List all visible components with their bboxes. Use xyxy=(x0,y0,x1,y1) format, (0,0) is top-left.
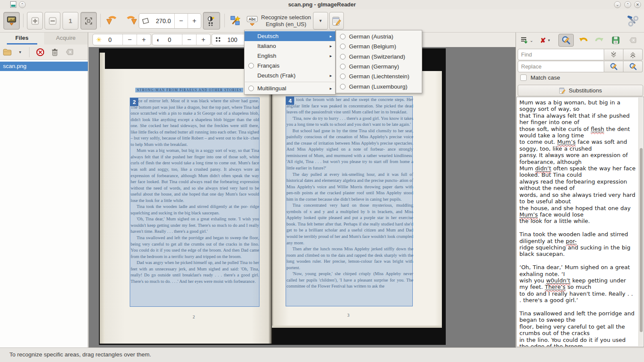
brightness-decrease[interactable]: − xyxy=(123,34,137,45)
contrast-value[interactable]: 0 xyxy=(164,34,182,45)
misspelled-word[interactable]: didn’t xyxy=(535,165,552,172)
output-line: Tina swallowed and left the porridge and… xyxy=(519,310,636,323)
recognize-button[interactable]: Abc Recognize selection English (en_US) xyxy=(245,12,313,30)
open-file-dropdown[interactable]: ▾ xyxy=(15,50,26,54)
misspelled-word[interactable]: Mum’s xyxy=(557,139,575,145)
menu-item-fran-ais[interactable]: Français xyxy=(244,61,335,71)
rotation-increase-button[interactable]: + xyxy=(188,14,201,28)
contrast-decrease[interactable]: − xyxy=(182,34,196,45)
undo-button[interactable] xyxy=(577,34,590,47)
replace-button[interactable] xyxy=(604,61,623,72)
replace-all-button[interactable] xyxy=(623,61,643,72)
misspelled-word[interactable]: por- xyxy=(566,238,576,244)
brightness-value[interactable]: 0 xyxy=(105,34,122,45)
insert-mode-button[interactable]: ⌄ xyxy=(519,34,535,47)
minimize-button[interactable]: ⌄ xyxy=(614,1,621,8)
submenu-item-german-luxembourg[interactable]: German (Luxembourg) xyxy=(336,81,422,91)
remove-file-button[interactable] xyxy=(33,48,48,56)
brightness-contrast-icon xyxy=(207,16,216,26)
misspelled-word[interactable]: There’s xyxy=(545,284,565,290)
tools-wrench-icon xyxy=(627,15,639,27)
tab-acquire[interactable]: Acquire xyxy=(44,33,88,45)
match-case-checkbox[interactable] xyxy=(520,74,527,81)
strip-linebreaks-button[interactable]: ✘ ▾ xyxy=(538,34,552,47)
submenu-item-german-germany[interactable]: German (Germany) xyxy=(336,62,422,71)
misspelled-word[interactable]: flesh xyxy=(591,126,604,132)
zoom-out-button[interactable] xyxy=(45,12,60,30)
zoom-out-icon xyxy=(49,17,57,25)
close-button[interactable]: ✕ xyxy=(634,1,641,8)
zoom-fit-button[interactable] xyxy=(80,12,97,30)
insert-append-icon xyxy=(520,36,529,44)
recognize-language: English (en_US) xyxy=(261,21,311,28)
contrast-increase[interactable]: + xyxy=(197,34,210,45)
delete-file-button[interactable] xyxy=(48,48,62,56)
find-prev-button[interactable] xyxy=(623,49,643,60)
submenu-item-german-austria[interactable]: German (Austria) xyxy=(336,32,422,42)
substitutions-button[interactable]: Substitutions xyxy=(518,85,643,96)
redo-icon xyxy=(594,36,604,44)
chevron-up-icon: ⌃ xyxy=(626,3,629,7)
submenu-arrow-icon: ▸ xyxy=(330,53,332,58)
maximize-button[interactable]: ⌃ xyxy=(624,1,631,8)
menu-item-italiano[interactable]: Italiano▸ xyxy=(244,41,335,51)
menu-item-label: Multilingual xyxy=(257,85,286,92)
misspelled-word[interactable]: w0uldn’t xyxy=(546,277,570,284)
rotate-right-button[interactable] xyxy=(122,12,140,30)
auto-layout-button[interactable] xyxy=(228,12,243,30)
contrast-spinbox[interactable]: ◐ 0 − + xyxy=(152,34,211,45)
ocr-selection-region-4[interactable]: 4 xyxy=(286,96,413,306)
strip-x-icon: ✘ xyxy=(540,36,546,45)
brightness-spinbox[interactable]: ✳ 0 − + xyxy=(92,34,151,45)
misspelled-word[interactable]: Mum’s xyxy=(519,211,538,218)
settings-button[interactable] xyxy=(624,12,641,30)
find-row xyxy=(518,49,643,60)
menu-item-english[interactable]: English▸ xyxy=(244,51,335,61)
submenu-item-german-belgium[interactable]: German (Belgium) xyxy=(336,42,422,51)
replace-input[interactable] xyxy=(518,61,604,72)
save-output-button[interactable] xyxy=(610,34,622,47)
image-controls-toggle[interactable] xyxy=(203,12,220,30)
output-line: Mum was a big woman, but big in a soggy … xyxy=(519,99,636,113)
rotation-value[interactable]: 270.0 xyxy=(152,14,174,28)
submenu-item-label: German (Germany) xyxy=(349,63,399,70)
zoom-original-button[interactable]: 1 xyxy=(63,12,78,30)
output-scrollbar-thumb[interactable] xyxy=(640,148,643,332)
close-icon: ✕ xyxy=(636,3,639,7)
find-input[interactable] xyxy=(518,49,604,60)
rotation-decrease-button[interactable]: − xyxy=(175,14,188,28)
submenu-item-label: German (Austria) xyxy=(349,33,394,40)
menu-item-deutsch[interactable]: Deutsch▸ xyxy=(244,31,335,41)
output-pane-toggle[interactable] xyxy=(329,12,344,30)
clear-output-button[interactable] xyxy=(628,34,638,47)
clear-files-button[interactable] xyxy=(62,49,77,55)
rotate-left-button[interactable] xyxy=(104,12,121,30)
brightness-icon: ✳ xyxy=(93,34,105,45)
submenu-item-german-liechtenstein[interactable]: German (Liechtenstein) xyxy=(336,71,422,81)
find-prev-icon xyxy=(629,51,637,58)
output-scrollbar[interactable] xyxy=(638,98,643,346)
show-controls-toggle[interactable] xyxy=(3,12,20,30)
submenu-item-german-switzerland[interactable]: German (Switzerland) xyxy=(336,52,422,62)
ocr-output-textarea[interactable]: Mum was a big woman, but big in a soggy … xyxy=(516,97,644,347)
radio-icon xyxy=(340,54,346,59)
open-file-button[interactable] xyxy=(0,49,15,56)
tab-files[interactable]: Files xyxy=(0,33,44,45)
menu-item-multilingual[interactable]: Multilingual▸ xyxy=(244,83,335,93)
match-case-option[interactable]: Match case xyxy=(520,74,560,81)
plus-icon: + xyxy=(192,17,196,25)
find-next-button[interactable] xyxy=(604,49,623,60)
file-item-scan-png[interactable]: scan.png xyxy=(0,62,88,71)
minus-icon: − xyxy=(187,36,191,44)
book-spine xyxy=(268,69,274,344)
redo-button[interactable] xyxy=(593,34,605,47)
ocr-selection-region-2[interactable]: 2 xyxy=(130,98,259,307)
zoom-in-button[interactable] xyxy=(27,12,43,30)
menu-item-deutsch-frak[interactable]: Deutsch (Frak)▸ xyxy=(244,71,335,80)
brightness-increase[interactable]: + xyxy=(137,34,151,45)
remove-circle-icon xyxy=(36,48,44,56)
find-replace-toggle[interactable] xyxy=(558,34,574,47)
book-running-header: STRONG-MAN FROM PIRAEUS AND OTHER STORIE… xyxy=(135,88,243,92)
rotation-spinbox[interactable]: 270.0 − + xyxy=(139,13,201,29)
recognize-language-dropdown[interactable]: ▾ xyxy=(313,12,328,30)
